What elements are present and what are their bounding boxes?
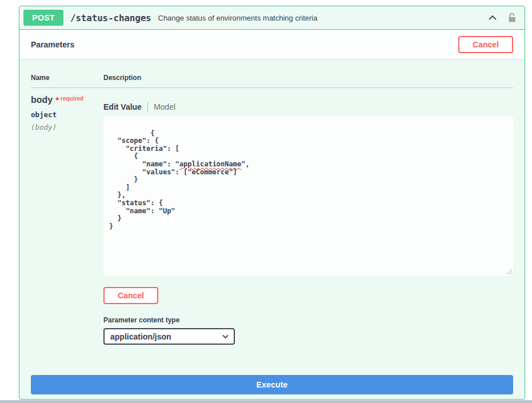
unlocked-padlock-icon [506, 17, 518, 25]
http-method-badge: POST [23, 10, 63, 26]
try-out-cancel-button[interactable]: Cancel [458, 36, 513, 53]
collapse-button[interactable] [487, 12, 498, 23]
content-type-label: Parameter content type [103, 316, 513, 324]
parameters-table-head: Name Description [31, 59, 513, 88]
parameter-name: body [31, 95, 53, 105]
parameter-location: (body) [31, 123, 103, 131]
column-header-name: Name [31, 74, 103, 82]
parameter-row-body: body * required object (body) Edit Value… [31, 88, 513, 345]
content-type-select[interactable]: application/json [103, 328, 235, 345]
parameters-container: Name Description body * required object … [19, 59, 525, 400]
body-editor-tabs: Edit Value Model [103, 102, 513, 111]
tab-divider [147, 102, 148, 111]
parameter-type: object [31, 110, 103, 119]
operation-summary-row[interactable]: POST /status-changes Change status of en… [19, 6, 525, 30]
body-value-editor[interactable]: { "scope": { "criteria": [ { "name": "ap… [103, 117, 513, 276]
chevron-up-icon [487, 17, 498, 25]
content-type-block: Parameter content type application/json [103, 316, 513, 345]
parameters-title: Parameters [31, 40, 74, 49]
required-label: required [61, 95, 83, 102]
parameters-section-header: Parameters Cancel [19, 30, 525, 59]
parameter-name-cell: body * required object (body) [31, 95, 103, 345]
column-header-description: Description [103, 74, 513, 82]
operation-block-post: POST /status-changes Change status of en… [19, 6, 525, 400]
tab-model[interactable]: Model [154, 102, 175, 111]
required-asterisk: * [55, 95, 59, 105]
parameter-description-cell: Edit Value Model { "scope": { "criteria"… [103, 95, 513, 345]
authorization-button[interactable] [506, 12, 518, 23]
body-edit-cancel-button[interactable]: Cancel [103, 287, 158, 304]
tab-edit-value[interactable]: Edit Value [103, 102, 142, 111]
endpoint-summary: Change status of environments matching c… [158, 14, 487, 22]
endpoint-path: /status-changes [70, 13, 151, 23]
page-bottom-divider [0, 400, 532, 403]
execute-button[interactable]: Execute [31, 375, 513, 394]
textarea-resize-grip[interactable] [506, 268, 512, 274]
